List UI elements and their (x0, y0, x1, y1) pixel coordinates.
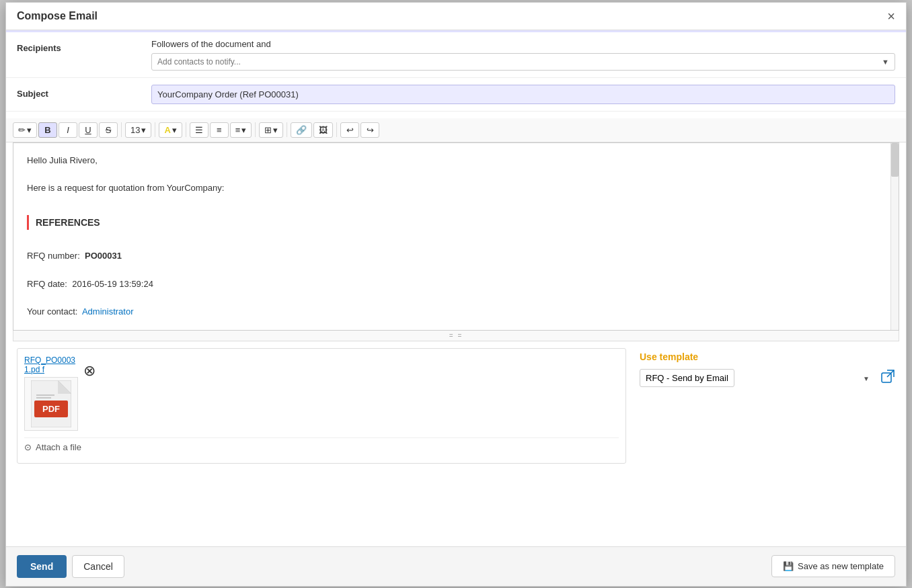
bottom-section: RFQ_PO00031.pd f PDF (6, 341, 906, 470)
pdf-svg: PDF (31, 380, 71, 427)
send-button[interactable]: Send (17, 555, 67, 578)
recipients-label: Recipients (17, 39, 151, 53)
table-icon: ⊞ (264, 125, 272, 135)
toolbar-sep-2 (155, 122, 155, 137)
table-arrow: ▾ (273, 125, 278, 135)
rfq-date-line: RFQ date: 2016-05-19 13:59:24 (27, 278, 885, 292)
style-dropdown-arrow: ▾ (27, 125, 32, 135)
remove-attachment-icon: ⊗ (83, 362, 96, 379)
template-external-link[interactable] (880, 369, 895, 387)
attachment-item: RFQ_PO00031.pd f PDF (24, 355, 619, 431)
toolbar-sep-4 (255, 122, 256, 137)
attach-file-btn[interactable]: ⊙ Attach a file (24, 437, 619, 456)
attachment-area: RFQ_PO00031.pd f PDF (17, 348, 626, 464)
modal-header: Compose Email × (6, 3, 906, 30)
image-icon: 🖼 (319, 125, 328, 135)
contact-label: Your contact: (27, 306, 77, 317)
modal-title: Compose Email (17, 10, 98, 22)
svg-line-8 (887, 370, 894, 377)
strikethrough-btn[interactable]: S (99, 122, 118, 138)
fontcolor-arrow: ▾ (172, 125, 177, 135)
contacts-input-wrapper: ▼ (151, 53, 895, 71)
style-dropdown-btn[interactable]: ✏ ▾ (13, 122, 37, 138)
modal-body: Recipients Followers of the document and… (6, 30, 906, 546)
attach-file-icon: ⊙ (24, 442, 32, 452)
compose-email-modal: Compose Email × Recipients Followers of … (5, 2, 907, 587)
link-icon: 🔗 (296, 125, 307, 135)
link-btn[interactable]: 🔗 (291, 122, 312, 138)
recipients-value: Followers of the document and (151, 39, 895, 49)
attach-file-label: Attach a file (36, 442, 81, 452)
editor-container: Hello Julia Rivero, Here is a request fo… (13, 142, 899, 331)
unordered-list-icon: ☰ (195, 125, 203, 135)
table-btn[interactable]: ⊞ ▾ (259, 122, 283, 138)
contacts-dropdown-arrow[interactable]: ▼ (876, 54, 895, 69)
bold-btn[interactable]: B (38, 122, 57, 138)
italic-btn[interactable]: I (59, 122, 77, 138)
template-select-row: RFQ - Send by Email (640, 369, 895, 387)
close-button[interactable]: × (887, 9, 895, 23)
remove-attachment-btn[interactable]: ⊗ (83, 362, 96, 380)
save-icon: 💾 (783, 561, 794, 571)
use-template-label: Use template (640, 351, 895, 362)
rfq-number-label: RFQ number: (27, 251, 80, 261)
rfq-date-label: RFQ date: (27, 279, 67, 289)
editor-toolbar: ✏ ▾ B I U S 13 ▾ A ▾ (6, 118, 906, 142)
editor-resize-handle[interactable]: = = (13, 331, 899, 341)
cancel-button[interactable]: Cancel (72, 555, 124, 578)
subject-label: Subject (17, 85, 151, 99)
toolbar-sep-6 (336, 122, 337, 137)
toolbar-sep-3 (186, 122, 186, 137)
editor-content[interactable]: Hello Julia Rivero, Here is a request fo… (13, 143, 899, 331)
pdf-icon: PDF (24, 377, 78, 431)
toolbar-sep-1 (121, 122, 122, 137)
template-select[interactable]: RFQ - Send by Email (640, 369, 734, 387)
ordered-list-icon: ≡ (217, 125, 222, 135)
references-title: REFERENCES (36, 217, 100, 228)
editor-scrollbar[interactable] (890, 143, 899, 331)
contact-line: Your contact: Administrator (27, 305, 885, 319)
unordered-list-btn[interactable]: ☰ (190, 122, 208, 138)
editor-greeting: Hello Julia Rivero, (27, 154, 885, 168)
contacts-input[interactable] (152, 54, 876, 70)
toolbar-sep-5 (287, 122, 287, 137)
editor-section: ✏ ▾ B I U S 13 ▾ A ▾ (6, 112, 906, 342)
subject-row: Subject (6, 78, 906, 112)
rfq-date-value: 2016-05-19 13:59:24 (72, 279, 153, 289)
align-icon: ≡ (235, 125, 241, 135)
fontsize-value: 13 (130, 125, 140, 135)
recipients-row: Recipients Followers of the document and… (6, 32, 906, 78)
undo-icon: ↩ (346, 125, 354, 135)
fontcolor-icon: A (164, 125, 170, 135)
modal-footer: Send Cancel 💾 Save as new template (6, 546, 906, 586)
footer-left: Send Cancel (17, 555, 124, 578)
contact-link[interactable]: Administrator (82, 306, 134, 317)
subject-field (151, 85, 895, 104)
underline-btn[interactable]: U (79, 122, 98, 138)
scrollbar-thumb (891, 143, 899, 177)
align-btn[interactable]: ≡ ▾ (230, 122, 252, 138)
attachment-file: RFQ_PO00031.pd f PDF (24, 355, 78, 431)
style-icon: ✏ (18, 125, 26, 135)
svg-text:PDF: PDF (42, 404, 60, 414)
save-template-button[interactable]: 💾 Save as new template (771, 555, 895, 577)
ordered-list-btn[interactable]: ≡ (210, 122, 229, 138)
fontsize-btn[interactable]: 13 ▾ (125, 122, 151, 138)
redo-icon: ↪ (367, 125, 374, 135)
attachment-filename[interactable]: RFQ_PO00031.pd f (24, 355, 78, 374)
fontcolor-btn[interactable]: A ▾ (159, 122, 182, 138)
recipients-field: Followers of the document and ▼ (151, 39, 895, 71)
align-arrow: ▾ (241, 125, 246, 135)
template-select-wrapper: RFQ - Send by Email (640, 369, 875, 387)
image-btn[interactable]: 🖼 (313, 122, 333, 138)
rfq-number-value: PO00031 (85, 251, 122, 261)
external-link-icon (880, 369, 895, 384)
redo-btn[interactable]: ↪ (360, 122, 379, 138)
undo-btn[interactable]: ↩ (340, 122, 359, 138)
rfq-number-line: RFQ number: PO00031 (27, 249, 885, 263)
editor-intro: Here is a request for quotation from You… (27, 181, 885, 196)
subject-input[interactable] (151, 85, 895, 104)
fontsize-arrow: ▾ (141, 125, 146, 135)
save-template-label: Save as new template (798, 561, 884, 571)
references-block: REFERENCES (27, 215, 885, 230)
